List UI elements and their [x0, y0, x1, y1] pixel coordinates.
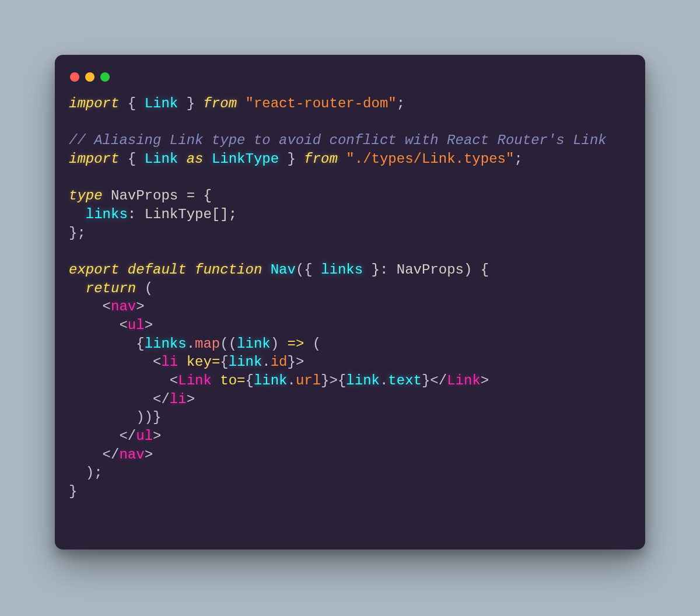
punct: . [187, 336, 195, 352]
prop-text: text [388, 373, 422, 388]
space [178, 151, 186, 167]
attr-key: key [187, 354, 212, 370]
keyword-from: from [304, 151, 338, 167]
prop-id: id [271, 354, 288, 370]
punct: > [145, 447, 153, 463]
minimize-icon[interactable] [85, 72, 94, 82]
indent [69, 354, 153, 370]
space [203, 151, 211, 167]
ident-nav: Nav [271, 262, 296, 278]
punct: </ [103, 447, 120, 463]
ident-linktype: LinkType [212, 151, 279, 167]
ident-link: Link [145, 151, 178, 167]
code-text: NavProps = { [103, 188, 212, 204]
punct: { [119, 96, 144, 111]
keyword-function: function [195, 262, 262, 278]
code-text: } [69, 484, 77, 499]
keyword-as: as [187, 151, 204, 167]
indent [69, 281, 86, 296]
punct: }; [69, 225, 86, 241]
tag-li: li [170, 391, 187, 407]
tag-link: Link [178, 373, 212, 388]
punct: ; [514, 151, 522, 167]
punct: </ [430, 373, 447, 388]
punct: < [119, 317, 127, 333]
punct: { [136, 336, 144, 352]
punct: { [220, 354, 228, 370]
ident-link: link [254, 373, 288, 388]
ident-link: link [237, 336, 271, 352]
keyword-from: from [203, 96, 237, 111]
keyword-default: default [128, 262, 187, 278]
punct: } [321, 373, 329, 388]
equals: = [212, 354, 220, 370]
tag-nav: nav [111, 299, 136, 314]
punct: > [296, 354, 304, 370]
space [237, 96, 245, 111]
punct: (( [220, 336, 237, 352]
arrow: => [288, 336, 304, 352]
code-window: import { Link } from "react-router-dom";… [55, 55, 645, 550]
punct: > [136, 299, 144, 314]
keyword-type: type [69, 188, 103, 204]
indent [69, 373, 170, 388]
punct: ({ [296, 262, 321, 278]
ident-links: links [145, 336, 187, 352]
tag-ul: ul [128, 317, 145, 333]
keyword-import: import [69, 151, 119, 167]
indent [69, 299, 103, 314]
punct: > [187, 391, 195, 407]
punct: < [153, 354, 161, 370]
punct: </ [119, 428, 136, 444]
attr-to: to [220, 373, 237, 388]
close-icon[interactable] [70, 72, 79, 82]
space [338, 151, 346, 167]
space [187, 262, 195, 278]
punct: </ [153, 391, 170, 407]
indent [69, 447, 103, 463]
punct: ))} [136, 410, 161, 425]
zoom-icon[interactable] [100, 72, 110, 82]
string: "./types/Link.types" [346, 151, 514, 167]
code-text: }: NavProps) { [363, 262, 489, 278]
punct: { [338, 373, 346, 388]
code-block: import { Link } from "react-router-dom";… [69, 94, 631, 501]
space [119, 262, 127, 278]
tag-li: li [161, 354, 178, 370]
punct: . [287, 373, 295, 388]
prop-url: url [296, 373, 321, 388]
ident-links: links [321, 262, 363, 278]
keyword-return: return [86, 281, 136, 296]
code-text: ); [69, 465, 103, 481]
code-text: : LinkType[]; [128, 206, 237, 222]
ident-link: link [346, 373, 380, 388]
punct: ; [397, 96, 405, 111]
string: "react-router-dom" [245, 96, 396, 111]
ident-link: link [229, 354, 262, 370]
space [178, 354, 186, 370]
fn-map: map [195, 336, 220, 352]
space [262, 262, 270, 278]
keyword-import: import [69, 96, 119, 111]
ident-link: Link [145, 96, 178, 111]
punct: > [153, 428, 161, 444]
punct: { [119, 151, 144, 167]
punct: . [262, 354, 270, 370]
punct: > [481, 373, 489, 388]
punct: ( [136, 281, 153, 296]
punct: . [380, 373, 388, 388]
indent [69, 410, 136, 425]
punct: ) [271, 336, 288, 352]
punct: > [330, 373, 338, 388]
punct: } [178, 96, 203, 111]
punct: > [145, 317, 153, 333]
ident-links: links [86, 206, 128, 222]
punct: { [245, 373, 253, 388]
comment: // Aliasing Link type to avoid conflict … [69, 132, 607, 148]
indent [69, 428, 119, 444]
punct: } [279, 151, 304, 167]
punct: < [170, 373, 178, 388]
indent [69, 391, 153, 407]
tag-ul: ul [136, 428, 153, 444]
indent [69, 336, 136, 352]
